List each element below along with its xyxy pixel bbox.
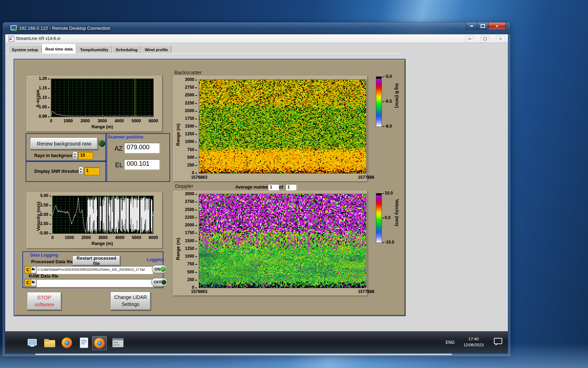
tick-label: 1250 bbox=[185, 132, 197, 137]
tick-label: -10.0 bbox=[383, 240, 394, 245]
rays-spinner[interactable] bbox=[72, 151, 78, 159]
velocity-xticks: 0100020003000400050006000 bbox=[52, 235, 153, 240]
close-button[interactable]: × bbox=[488, 22, 506, 30]
tick-label: 1.05 bbox=[39, 104, 50, 109]
snr-spinner[interactable] bbox=[78, 166, 84, 175]
tick-label: -8.0 bbox=[383, 124, 392, 129]
rays-in-background-field[interactable]: 10 bbox=[78, 152, 93, 159]
processed-logging-toggle[interactable]: ON bbox=[152, 265, 167, 273]
backscatter-colorbar bbox=[376, 76, 382, 127]
snr-threshold-label: Display SNR threshold bbox=[34, 169, 82, 174]
average-total-field[interactable]: 1 bbox=[285, 184, 297, 191]
processed-drive-box[interactable]: C bbox=[24, 266, 31, 273]
spin-down-icon[interactable] bbox=[80, 171, 82, 173]
backscatter-x-end: 1577886 bbox=[358, 175, 374, 180]
spin-down-icon[interactable] bbox=[74, 156, 76, 158]
app-close-button[interactable]: × bbox=[496, 35, 505, 42]
tab-scheduling[interactable]: Scheduling bbox=[112, 45, 141, 54]
tab-wind-profile[interactable]: Wind profile bbox=[141, 45, 172, 54]
restart-processed-file-button[interactable]: Restart processed file bbox=[72, 255, 120, 266]
ascope-graph: 1.201.151.101.050.99 A-scope 01000200030… bbox=[26, 75, 163, 132]
tick-label: 5.00 bbox=[40, 193, 51, 198]
tick-label: 0.0 bbox=[383, 215, 391, 220]
minimize-button[interactable] bbox=[466, 22, 477, 30]
tick-label: 3000 bbox=[98, 118, 107, 123]
tick-label: 6000 bbox=[149, 118, 158, 123]
desktop-icon[interactable] bbox=[25, 336, 39, 349]
tab-system-setup[interactable]: System setup bbox=[8, 45, 42, 54]
raw-drive-box[interactable]: C bbox=[24, 279, 31, 286]
average-number-field[interactable]: 1 bbox=[268, 184, 279, 191]
backscatter-ylabel: Range (m) bbox=[175, 111, 181, 146]
tick-label: 2500 bbox=[185, 207, 197, 212]
notification-icon[interactable] bbox=[494, 338, 502, 344]
el-value-field: 000.101 bbox=[124, 159, 160, 170]
background-controls-box: Renew background now Rays in background … bbox=[26, 133, 107, 162]
spin-up-icon[interactable] bbox=[74, 153, 76, 155]
taskbar: Scan Sched ENG 17:40 12/08/2023 bbox=[5, 331, 508, 354]
renew-background-button[interactable]: Renew background now bbox=[30, 137, 98, 150]
velocity-plot bbox=[52, 196, 153, 233]
tick-label: 1000 bbox=[63, 118, 73, 123]
scan-scheduler-label: Scan Sched bbox=[113, 341, 123, 346]
doppler-yticks: 3000275025002250200017501500125010007505… bbox=[178, 194, 197, 288]
tick-label: 3000 bbox=[185, 191, 197, 196]
tick-label: 750 bbox=[187, 262, 197, 267]
tick-label: 2250 bbox=[185, 101, 197, 105]
app-window-title: StreamLine XR v14-6.vi bbox=[16, 36, 60, 41]
tick-label: 1000 bbox=[185, 254, 197, 259]
maximize-button[interactable] bbox=[477, 22, 488, 30]
app-minimize-button[interactable] bbox=[465, 35, 474, 42]
backscatter-plot bbox=[199, 80, 366, 173]
firefox-active-icon[interactable] bbox=[92, 336, 107, 350]
processed-browse-button[interactable] bbox=[31, 266, 36, 273]
scan-scheduler-icon[interactable]: Scan Sched bbox=[111, 336, 125, 349]
tick-label: 2500 bbox=[185, 93, 197, 98]
tick-label: 10.0 bbox=[383, 191, 393, 196]
language-indicator[interactable]: ENG bbox=[444, 337, 456, 348]
logging-label: Logging bbox=[147, 257, 164, 262]
raw-browse-button[interactable] bbox=[31, 279, 36, 286]
snr-threshold-box: Display SNR threshold 1 bbox=[26, 161, 107, 182]
raw-path-field[interactable] bbox=[36, 279, 153, 287]
rdp-window: 192.168.0.122 - Remote Desktop Connectio… bbox=[3, 22, 510, 356]
app-titlebar[interactable]: StreamLine XR v14-6.vi × bbox=[5, 34, 508, 43]
doppler-colorbar-label: Velocity (m/s) bbox=[394, 199, 399, 238]
scanner-position-title: Scanner position bbox=[108, 135, 143, 139]
tick-label: 250 bbox=[187, 163, 197, 168]
el-label: EL bbox=[115, 162, 123, 169]
app-restore-button[interactable] bbox=[481, 35, 490, 42]
rdp-titlebar[interactable]: 192.168.0.122 - Remote Desktop Connectio… bbox=[3, 22, 510, 34]
change-lidar-settings-button[interactable]: Change LiDAR Settings bbox=[110, 292, 151, 310]
tick-label: 6000 bbox=[149, 235, 158, 240]
rays-in-background-label: Rays in background bbox=[34, 153, 76, 158]
folder-icon[interactable] bbox=[42, 336, 56, 349]
tick-label: 2000 bbox=[185, 223, 197, 227]
tab-temp-humidity[interactable]: Temp/humidity bbox=[77, 45, 112, 54]
on-label: ON bbox=[154, 267, 160, 271]
snr-threshold-field[interactable]: 1 bbox=[84, 167, 100, 175]
rdp-window-title: 192.168.0.122 - Remote Desktop Connectio… bbox=[19, 26, 110, 31]
stop-label-line2: software bbox=[34, 301, 54, 308]
of-label: of bbox=[279, 185, 283, 190]
tick-label: 1250 bbox=[185, 246, 197, 251]
rdp-caption-buttons: × bbox=[466, 22, 506, 29]
doppler-colorbar bbox=[376, 193, 382, 243]
tab-real-time-data[interactable]: Real time data bbox=[42, 44, 76, 54]
taskbar-clock[interactable]: 17:40 12/08/2023 bbox=[457, 336, 490, 348]
doppler-plot bbox=[199, 194, 366, 288]
spin-up-icon[interactable] bbox=[80, 168, 82, 170]
velocity-yticks: 5.002.500.00-2.50-5.00 bbox=[31, 196, 51, 233]
document-icon[interactable] bbox=[77, 336, 91, 349]
tab-bar: System setupReal time dataTemp/humidityS… bbox=[8, 44, 172, 54]
main-panel: 1.201.151.101.050.99 A-scope 01000200030… bbox=[14, 59, 406, 316]
tick-label: 1.15 bbox=[39, 86, 50, 90]
doppler-graph: 3000275025002250200017501500125010007505… bbox=[173, 190, 368, 296]
tick-label: 3000 bbox=[98, 235, 108, 240]
raw-logging-toggle[interactable]: OFF bbox=[151, 278, 167, 286]
data-logging-title: Data Logging bbox=[30, 253, 58, 258]
tab-strip: System setupReal time dataTemp/humidityS… bbox=[5, 43, 508, 54]
stop-software-button[interactable]: STOP software bbox=[27, 292, 62, 310]
backscatter-yticks: 3000275025002250200017501500125010007505… bbox=[178, 80, 197, 173]
firefox-icon[interactable] bbox=[60, 336, 74, 349]
